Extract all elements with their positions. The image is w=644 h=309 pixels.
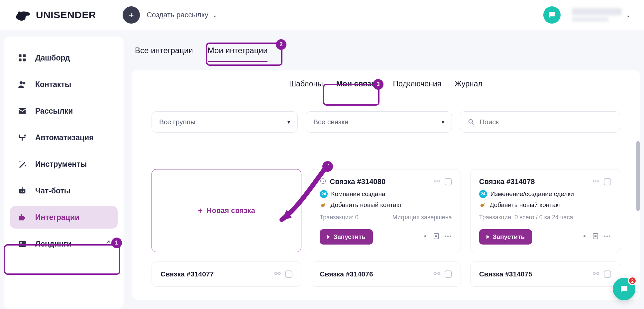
sidebar-item-label: Дашборд: [35, 53, 70, 62]
card-meta-left: Транзакции: 0: [320, 214, 359, 221]
subtab-connections[interactable]: Подключения: [393, 79, 442, 88]
card-checkbox[interactable]: [604, 270, 611, 278]
svg-point-25: [450, 236, 451, 237]
svg-point-26: [593, 180, 595, 182]
search-icon: [468, 118, 475, 126]
cards-row-2: Связка #314077 Связка #314076 Связка #31…: [152, 261, 620, 287]
scrollbar-thumb[interactable]: [636, 141, 640, 211]
profile-info: [572, 8, 622, 22]
search-input[interactable]: [480, 118, 612, 126]
svg-point-11: [25, 165, 26, 166]
cards-grid: + Новая связка Связка #314080 24 Компани…: [152, 169, 620, 252]
badge-24-icon: 24: [320, 190, 328, 198]
annotation-badge-1: 1: [111, 238, 122, 248]
svg-point-14: [23, 190, 24, 192]
more-icon[interactable]: [444, 232, 452, 242]
new-link-label: Новая связка: [207, 206, 255, 215]
chain-icon[interactable]: [592, 177, 600, 187]
link-card: Связка #314080 24 Компания создана Добав…: [311, 169, 461, 252]
filter-groups-select[interactable]: Все группы ▾: [152, 111, 298, 133]
svg-rect-2: [23, 54, 26, 57]
support-chat-button[interactable]: [543, 6, 561, 24]
panel: Шаблоны Мои связки Подключения Журнал Вс…: [132, 70, 640, 300]
tab-label: Все интеграции: [135, 46, 193, 55]
logo-text: UNISENDER: [36, 9, 96, 21]
card-checkbox[interactable]: [445, 178, 452, 185]
more-icon[interactable]: [603, 232, 611, 242]
sidebar-item-contacts[interactable]: Контакты: [10, 73, 118, 96]
select-value: Все связки: [313, 118, 348, 126]
chat-icon: [548, 11, 556, 19]
create-label[interactable]: Создать рассылку ⌄: [147, 11, 217, 19]
grid-icon: [17, 53, 27, 62]
sidebar-item-label: Лендинги: [35, 240, 71, 249]
card-title: Связка #314078: [479, 177, 535, 186]
dog-icon: [479, 201, 486, 209]
filter-links-select[interactable]: Все связки ▾: [306, 111, 452, 133]
sidebar-item-dashboard[interactable]: Дашборд: [10, 47, 118, 69]
sidebar-item-label: Инструменты: [35, 160, 87, 169]
svg-point-23: [445, 236, 446, 237]
svg-point-7: [19, 135, 21, 136]
sidebar-item-mailings[interactable]: Рассылки: [10, 100, 118, 122]
chevron-down-icon: ▾: [287, 119, 290, 125]
sidebar-item-tools[interactable]: Инструменты: [10, 153, 118, 175]
card-checkbox[interactable]: [604, 178, 611, 185]
create-plus-button[interactable]: +: [123, 6, 140, 24]
sidebar-item-chatbots[interactable]: Чат-боты: [10, 179, 118, 202]
plus-icon: +: [198, 206, 203, 215]
svg-rect-15: [19, 241, 26, 247]
gear-icon[interactable]: [421, 232, 429, 242]
new-link-card[interactable]: + Новая связка: [152, 169, 301, 252]
sidebar-item-label: Интеграции: [35, 213, 79, 222]
run-label: Запустить: [333, 233, 366, 241]
sidebar-item-automation[interactable]: Автоматизация: [10, 126, 118, 149]
create-mailing[interactable]: + Создать рассылку ⌄: [123, 6, 217, 24]
svg-rect-12: [19, 189, 26, 193]
svg-point-24: [447, 236, 449, 237]
sidebar-item-landings[interactable]: Лендинги: [10, 233, 118, 255]
card-checkbox[interactable]: [445, 270, 452, 278]
list-icon[interactable]: [592, 232, 600, 242]
dog-icon: [320, 201, 327, 209]
sidebar: Дашборд Контакты Рассылки Автоматизация …: [4, 37, 124, 309]
link-card: Связка #314078 24 Изменение/создание сде…: [470, 169, 620, 252]
chat-icon: [619, 284, 629, 294]
profile-menu[interactable]: ⌄: [572, 8, 631, 22]
clock-icon: [320, 178, 326, 186]
tab-my-integrations[interactable]: Мои интеграции: [208, 46, 268, 62]
svg-point-30: [604, 236, 605, 237]
chat-widget-button[interactable]: 2: [613, 278, 635, 300]
chain-icon[interactable]: [433, 269, 441, 279]
chain-icon[interactable]: [433, 177, 441, 187]
card-title: Связка #314075: [479, 270, 532, 278]
svg-point-33: [275, 272, 277, 275]
chevron-down-icon: ⌄: [212, 11, 217, 19]
svg-point-21: [424, 235, 426, 237]
logo[interactable]: UNISENDER: [13, 6, 96, 24]
tab-all-integrations[interactable]: Все интеграции: [135, 46, 193, 62]
external-link-icon: [104, 240, 110, 249]
run-button[interactable]: Запустить: [479, 229, 532, 245]
card-event: Изменение/создание сделки: [490, 190, 574, 198]
svg-rect-4: [23, 58, 26, 61]
card-checkbox[interactable]: [285, 270, 292, 278]
svg-point-32: [609, 236, 610, 237]
gear-icon[interactable]: [581, 232, 589, 242]
run-button[interactable]: Запустить: [320, 229, 373, 245]
card-action: Добавить новый контакт: [330, 201, 402, 209]
select-value: Все группы: [159, 118, 195, 126]
annotation-badge-4: 4: [322, 161, 333, 172]
subtab-templates[interactable]: Шаблоны: [289, 79, 323, 88]
chain-icon[interactable]: [592, 269, 600, 279]
sidebar-item-integrations[interactable]: Интеграции: [10, 206, 118, 229]
chain-icon[interactable]: [273, 269, 282, 279]
search-box[interactable]: [460, 111, 620, 133]
svg-point-31: [606, 236, 608, 237]
card-title: Связка #314076: [320, 270, 373, 278]
subtab-log[interactable]: Журнал: [455, 79, 483, 88]
bot-icon: [17, 186, 27, 195]
svg-point-28: [584, 235, 586, 237]
link-card: Связка #314077: [152, 261, 301, 287]
list-icon[interactable]: [433, 232, 441, 242]
